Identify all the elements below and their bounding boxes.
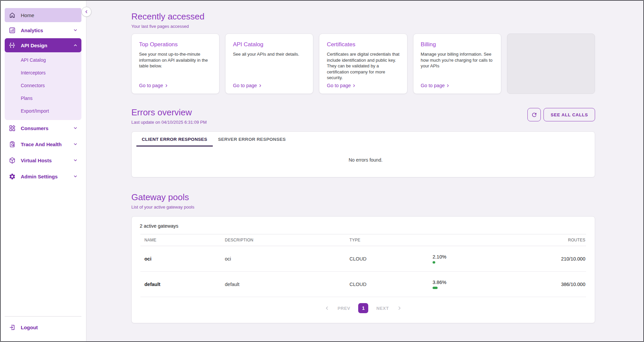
gateway-routes: 210/10.000 <box>516 256 586 262</box>
card-api-catalog[interactable]: API Catalog See all your APIs and their … <box>225 34 313 94</box>
usage-bar <box>433 287 438 289</box>
pagination-prev-button[interactable]: PREV <box>338 306 350 311</box>
card-billing[interactable]: Billing Manage your billing information.… <box>413 34 501 94</box>
logout-label: Logout <box>21 325 38 330</box>
sidebar-item-virtual-hosts[interactable]: Virtual Hosts <box>5 152 81 168</box>
table-header-row: NAME DESCRIPTION TYPE ROUTES <box>140 234 586 246</box>
chevron-down-icon <box>73 158 78 163</box>
column-header-type: TYPE <box>345 238 429 242</box>
pagination-next-button[interactable]: NEXT <box>376 306 389 311</box>
consumers-icon <box>8 124 16 132</box>
tab-client-error-responses[interactable]: CLIENT ERROR RESPONSES <box>136 132 213 147</box>
see-all-calls-button[interactable]: SEE ALL CALLS <box>543 108 595 121</box>
section-subtitle: Last update on 04/10/2025 6:31:09 PM <box>131 120 207 125</box>
refresh-button[interactable] <box>527 108 541 121</box>
chevron-up-icon <box>73 43 78 48</box>
sidebar-item-label: API Design <box>21 43 47 48</box>
link-label: Go to page <box>139 83 163 88</box>
card-body: Manage your billing information. See how… <box>421 51 494 69</box>
pagination-page-1-button[interactable]: 1 <box>358 303 368 313</box>
logout-button[interactable]: Logout <box>5 319 81 335</box>
go-to-page-link[interactable]: Go to page <box>421 83 450 88</box>
sub-item-label: Plans <box>21 96 33 101</box>
chevron-down-icon <box>73 174 78 179</box>
sidebar-item-label: Consumers <box>21 125 49 131</box>
sidebar-item-label: Trace And Health <box>21 141 62 147</box>
error-tabs: CLIENT ERROR RESPONSES SERVER ERROR RESP… <box>136 132 595 147</box>
api-design-group: API Design API Catalog Interceptors Conn… <box>5 38 81 120</box>
section-title: Recently accessed <box>131 11 595 22</box>
card-title: Billing <box>421 41 494 48</box>
table-row[interactable]: default default CLOUD 3.86% 386/10.000 <box>140 272 586 297</box>
sidebar-item-admin-settings[interactable]: Admin Settings <box>5 168 81 184</box>
analytics-icon <box>8 26 16 34</box>
card-title: API Catalog <box>233 41 306 48</box>
sidebar-item-api-design[interactable]: API Design <box>5 38 81 52</box>
logout-icon <box>8 323 16 331</box>
gateways-table: NAME DESCRIPTION TYPE ROUTES oci oci CLO… <box>140 234 586 297</box>
sub-item-label: Interceptors <box>21 70 46 75</box>
chevron-down-icon <box>73 141 78 147</box>
sidebar-item-connectors[interactable]: Connectors <box>5 79 81 92</box>
sidebar-item-trace-and-health[interactable]: Trace And Health <box>5 136 81 152</box>
chevron-down-icon <box>73 27 78 33</box>
trace-health-icon <box>8 140 16 148</box>
card-body: Certificates are digital credentials tha… <box>327 51 399 81</box>
link-label: Go to page <box>327 83 351 88</box>
go-to-page-link[interactable]: Go to page <box>139 83 168 88</box>
usage-percent: 2.10% <box>433 254 516 260</box>
chevron-down-icon <box>73 125 78 131</box>
usage-percent: 3.86% <box>433 280 516 285</box>
section-title: Gateway pools <box>131 192 595 203</box>
sidebar-item-export-import[interactable]: Export/Import <box>5 105 81 117</box>
card-top-operations[interactable]: Top Operations See your most up-to-the-m… <box>131 34 219 94</box>
gateway-description: oci <box>221 256 345 262</box>
chevron-right-icon <box>446 84 450 88</box>
column-header-description: DESCRIPTION <box>221 238 345 242</box>
card-title: Top Operations <box>139 41 212 48</box>
recent-cards-row: Top Operations See your most up-to-the-m… <box>131 34 595 94</box>
virtual-hosts-icon <box>8 156 16 164</box>
gateway-usage: 3.86% <box>429 280 516 289</box>
go-to-page-link[interactable]: Go to page <box>233 83 262 88</box>
gateway-type: CLOUD <box>345 282 429 287</box>
gateway-description: default <box>221 282 345 287</box>
refresh-icon <box>531 112 537 118</box>
sub-item-label: API Catalog <box>21 57 46 63</box>
gateway-name: default <box>140 282 221 287</box>
column-header-routes: ROUTES <box>516 238 586 242</box>
no-errors-message: No errors found. <box>136 157 595 163</box>
link-label: Go to page <box>421 83 445 88</box>
card-title: Certificates <box>327 41 399 48</box>
table-row[interactable]: oci oci CLOUD 2.10% 210/10.000 <box>140 246 586 272</box>
tab-server-error-responses[interactable]: SERVER ERROR RESPONSES <box>213 132 291 147</box>
sidebar-item-api-catalog[interactable]: API Catalog <box>5 54 81 66</box>
gear-icon <box>8 172 16 180</box>
chevron-left-icon <box>84 9 89 14</box>
active-gateways-count: 2 active gateways <box>132 223 595 229</box>
sidebar-item-plans[interactable]: Plans <box>5 92 81 105</box>
home-icon <box>8 11 16 19</box>
sidebar-divider <box>5 316 81 317</box>
sidebar-collapse-button[interactable] <box>81 7 91 17</box>
chevron-right-icon <box>352 84 356 88</box>
sidebar-item-home[interactable]: Home <box>5 8 81 22</box>
gateway-type: CLOUD <box>345 256 429 262</box>
sub-item-label: Connectors <box>21 83 45 88</box>
gateway-pools-panel: 2 active gateways NAME DESCRIPTION TYPE … <box>131 216 595 323</box>
chevron-right-icon <box>258 84 262 88</box>
section-subtitle: List of your active gateway pools <box>131 205 595 210</box>
errors-overview-section: Errors overview Last update on 04/10/202… <box>131 107 595 177</box>
sidebar-item-analytics[interactable]: Analytics <box>5 22 81 38</box>
sidebar-item-interceptors[interactable]: Interceptors <box>5 66 81 79</box>
section-subtitle: Your last five pages accessed <box>131 24 595 29</box>
pagination-prev-chevron-icon[interactable] <box>324 305 330 311</box>
card-certificates[interactable]: Certificates Certificates are digital cr… <box>319 34 407 94</box>
gateway-usage: 2.10% <box>429 254 516 264</box>
section-title: Errors overview <box>131 107 207 118</box>
sidebar-item-consumers[interactable]: Consumers <box>5 120 81 136</box>
go-to-page-link[interactable]: Go to page <box>327 83 356 88</box>
gateway-routes: 386/10.000 <box>516 282 586 287</box>
pagination-next-chevron-icon[interactable] <box>397 305 402 311</box>
gateway-name: oci <box>140 256 221 262</box>
